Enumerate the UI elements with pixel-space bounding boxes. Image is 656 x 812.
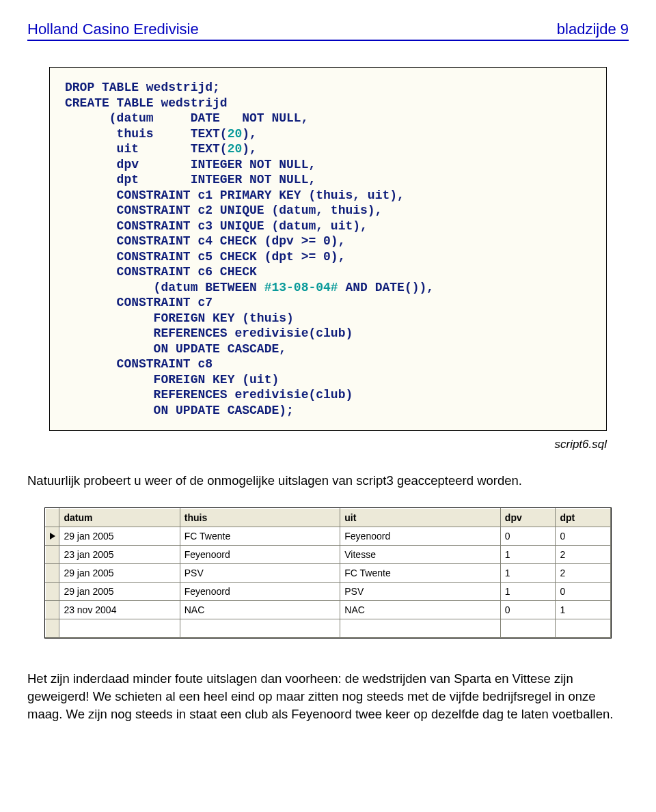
cell-uit: FC Twente (340, 563, 501, 582)
cell-dpv: 1 (500, 545, 556, 563)
row-selector[interactable] (46, 527, 59, 545)
cell-dpv: 0 (500, 600, 556, 619)
empty-cell (556, 619, 611, 637)
grid-header-row: datum thuis uit dpv dpt (46, 508, 611, 527)
empty-cell (180, 619, 340, 637)
cell-dpt: 0 (556, 582, 611, 600)
table-row: 29 jan 2005FeyenoordPSV10 (46, 582, 611, 600)
paragraph-2: Het zijn inderdaad minder foute uitslage… (27, 670, 629, 723)
table-row: 29 jan 2005PSVFC Twente12 (46, 563, 611, 582)
cell-thuis: NAC (180, 600, 340, 619)
data-grid: datum thuis uit dpv dpt 29 jan 2005FC Tw… (44, 507, 612, 639)
cell-dpt: 2 (556, 563, 611, 582)
cell-datum: 29 jan 2005 (59, 582, 180, 600)
empty-cell (59, 619, 180, 637)
row-selector[interactable] (46, 545, 59, 563)
cell-uit: PSV (340, 582, 501, 600)
cell-datum: 29 jan 2005 (59, 527, 180, 545)
col-header-dpt: dpt (556, 508, 611, 527)
cell-dpt: 1 (556, 600, 611, 619)
doc-title: Holland Casino Eredivisie (27, 20, 199, 38)
cell-uit: Vitesse (340, 545, 501, 563)
cell-thuis: Feyenoord (180, 582, 340, 600)
col-header-uit: uit (340, 508, 501, 527)
cell-datum: 23 nov 2004 (59, 600, 180, 619)
table-row: 23 nov 2004NACNAC01 (46, 600, 611, 619)
col-header-dpv: dpv (500, 508, 556, 527)
code-box: DROP TABLE wedstrijd; CREATE TABLE wedst… (49, 67, 607, 431)
code-caption: script6.sql (27, 438, 607, 451)
cell-datum: 29 jan 2005 (59, 563, 180, 582)
row-selector[interactable] (46, 619, 59, 637)
paragraph-1: Natuurlijk probeert u weer of de onmogel… (27, 472, 629, 490)
empty-row (46, 619, 611, 637)
grid-corner (46, 508, 59, 527)
row-selector[interactable] (46, 563, 59, 582)
table-row: 29 jan 2005FC TwenteFeyenoord00 (46, 527, 611, 545)
cell-thuis: Feyenoord (180, 545, 340, 563)
row-selector[interactable] (46, 582, 59, 600)
empty-cell (500, 619, 556, 637)
col-header-thuis: thuis (180, 508, 340, 527)
sql-code: DROP TABLE wedstrijd; CREATE TABLE wedst… (65, 80, 591, 418)
table-row: 23 jan 2005FeyenoordVitesse12 (46, 545, 611, 563)
page-number: bladzijde 9 (557, 20, 629, 38)
cell-uit: NAC (340, 600, 501, 619)
cell-thuis: FC Twente (180, 527, 340, 545)
cell-datum: 23 jan 2005 (59, 545, 180, 563)
cell-uit: Feyenoord (340, 527, 501, 545)
cell-thuis: PSV (180, 563, 340, 582)
cell-dpv: 0 (500, 527, 556, 545)
row-selector[interactable] (46, 600, 59, 619)
col-header-datum: datum (59, 508, 180, 527)
cell-dpv: 1 (500, 563, 556, 582)
current-row-indicator-icon (50, 533, 55, 540)
cell-dpt: 0 (556, 527, 611, 545)
cell-dpv: 1 (500, 582, 556, 600)
page-header: Holland Casino Eredivisie bladzijde 9 (27, 20, 629, 41)
cell-dpt: 2 (556, 545, 611, 563)
empty-cell (340, 619, 501, 637)
